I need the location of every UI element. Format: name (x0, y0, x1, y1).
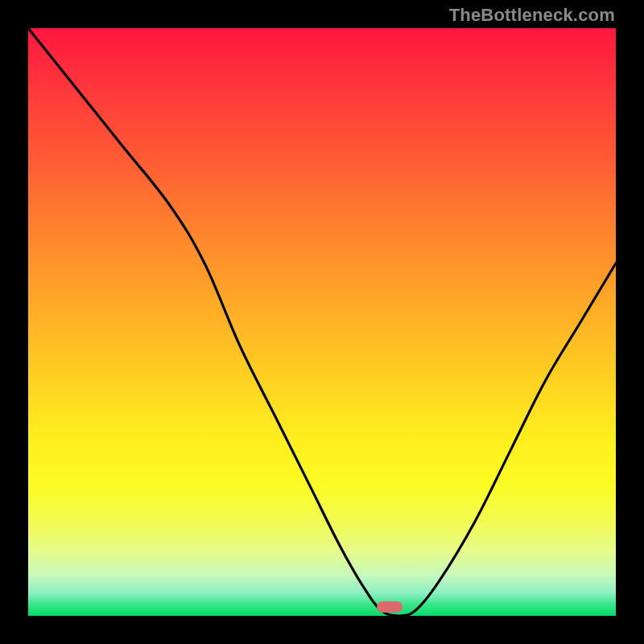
plot-area (28, 28, 616, 616)
watermark-text: TheBottleneck.com (449, 5, 615, 26)
optimal-marker (377, 601, 402, 613)
bottleneck-curve (28, 28, 616, 616)
chart-frame: TheBottleneck.com (0, 0, 644, 644)
